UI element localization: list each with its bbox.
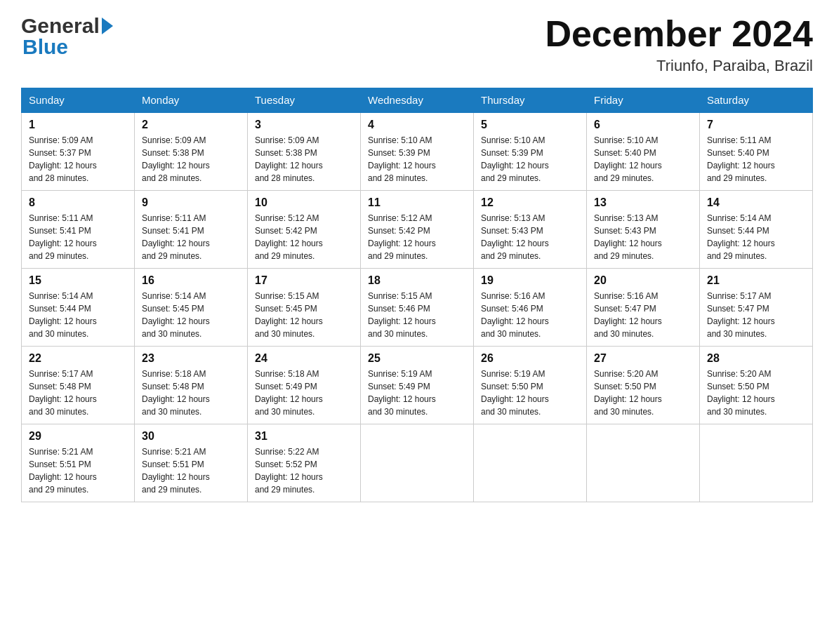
calendar-header-row: SundayMondayTuesdayWednesdayThursdayFrid…: [22, 88, 813, 113]
calendar-day-cell: 3Sunrise: 5:09 AMSunset: 5:38 PMDaylight…: [248, 112, 361, 191]
day-number: 31: [255, 430, 353, 443]
day-number: 9: [142, 196, 240, 209]
logo: General Blue: [21, 14, 113, 59]
day-number: 14: [707, 196, 805, 209]
day-info: Sunrise: 5:09 AMSunset: 5:37 PMDaylight:…: [29, 134, 127, 185]
day-info: Sunrise: 5:13 AMSunset: 5:43 PMDaylight:…: [481, 212, 579, 262]
day-info: Sunrise: 5:15 AMSunset: 5:46 PMDaylight:…: [368, 290, 466, 340]
calendar-day-cell: [361, 424, 474, 502]
day-number: 24: [255, 352, 353, 365]
day-info: Sunrise: 5:11 AMSunset: 5:41 PMDaylight:…: [142, 212, 240, 262]
day-number: 6: [594, 119, 692, 131]
calendar-day-cell: 8Sunrise: 5:11 AMSunset: 5:41 PMDaylight…: [22, 191, 135, 269]
calendar-day-cell: 13Sunrise: 5:13 AMSunset: 5:43 PMDayligh…: [587, 191, 700, 269]
day-info: Sunrise: 5:19 AMSunset: 5:50 PMDaylight:…: [481, 368, 579, 418]
day-number: 12: [481, 196, 579, 209]
day-info: Sunrise: 5:09 AMSunset: 5:38 PMDaylight:…: [142, 134, 240, 185]
title-block: December 2024 Triunfo, Paraiba, Brazil: [545, 14, 813, 75]
calendar-week-row: 29Sunrise: 5:21 AMSunset: 5:51 PMDayligh…: [22, 424, 813, 502]
calendar-day-cell: 27Sunrise: 5:20 AMSunset: 5:50 PMDayligh…: [587, 347, 700, 424]
day-number: 10: [255, 196, 353, 209]
calendar-day-cell: 19Sunrise: 5:16 AMSunset: 5:46 PMDayligh…: [474, 269, 587, 347]
calendar-day-cell: 25Sunrise: 5:19 AMSunset: 5:49 PMDayligh…: [361, 347, 474, 424]
day-number: 3: [255, 119, 353, 131]
location-subtitle: Triunfo, Paraiba, Brazil: [545, 57, 813, 75]
calendar-day-cell: 11Sunrise: 5:12 AMSunset: 5:42 PMDayligh…: [361, 191, 474, 269]
calendar-day-cell: 17Sunrise: 5:15 AMSunset: 5:45 PMDayligh…: [248, 269, 361, 347]
day-info: Sunrise: 5:13 AMSunset: 5:43 PMDaylight:…: [594, 212, 692, 262]
day-header-thursday: Thursday: [474, 88, 587, 113]
day-info: Sunrise: 5:17 AMSunset: 5:47 PMDaylight:…: [707, 290, 805, 340]
day-number: 11: [368, 196, 466, 209]
calendar-day-cell: 12Sunrise: 5:13 AMSunset: 5:43 PMDayligh…: [474, 191, 587, 269]
calendar-day-cell: 4Sunrise: 5:10 AMSunset: 5:39 PMDaylight…: [361, 112, 474, 191]
calendar-day-cell: 9Sunrise: 5:11 AMSunset: 5:41 PMDaylight…: [135, 191, 248, 269]
calendar-day-cell: 14Sunrise: 5:14 AMSunset: 5:44 PMDayligh…: [700, 191, 813, 269]
day-header-sunday: Sunday: [22, 88, 135, 113]
day-number: 29: [29, 430, 127, 443]
page-header: General Blue December 2024 Triunfo, Para…: [21, 14, 813, 75]
calendar-day-cell: 20Sunrise: 5:16 AMSunset: 5:47 PMDayligh…: [587, 269, 700, 347]
calendar-day-cell: 30Sunrise: 5:21 AMSunset: 5:51 PMDayligh…: [135, 424, 248, 502]
day-info: Sunrise: 5:21 AMSunset: 5:51 PMDaylight:…: [29, 445, 127, 496]
day-header-friday: Friday: [587, 88, 700, 113]
calendar-week-row: 1Sunrise: 5:09 AMSunset: 5:37 PMDaylight…: [22, 112, 813, 191]
day-number: 19: [481, 274, 579, 287]
calendar-day-cell: 6Sunrise: 5:10 AMSunset: 5:40 PMDaylight…: [587, 112, 700, 191]
day-number: 17: [255, 274, 353, 287]
day-number: 25: [368, 352, 466, 365]
day-info: Sunrise: 5:11 AMSunset: 5:41 PMDaylight:…: [29, 212, 127, 262]
day-number: 27: [594, 352, 692, 365]
day-number: 2: [142, 119, 240, 131]
calendar-day-cell: 21Sunrise: 5:17 AMSunset: 5:47 PMDayligh…: [700, 269, 813, 347]
day-info: Sunrise: 5:18 AMSunset: 5:49 PMDaylight:…: [255, 368, 353, 418]
day-header-wednesday: Wednesday: [361, 88, 474, 113]
day-info: Sunrise: 5:16 AMSunset: 5:47 PMDaylight:…: [594, 290, 692, 340]
day-info: Sunrise: 5:15 AMSunset: 5:45 PMDaylight:…: [255, 290, 353, 340]
day-info: Sunrise: 5:10 AMSunset: 5:39 PMDaylight:…: [481, 134, 579, 185]
calendar-day-cell: 29Sunrise: 5:21 AMSunset: 5:51 PMDayligh…: [22, 424, 135, 502]
calendar-day-cell: [587, 424, 700, 502]
calendar-week-row: 8Sunrise: 5:11 AMSunset: 5:41 PMDaylight…: [22, 191, 813, 269]
logo-general: General: [21, 14, 100, 38]
month-title: December 2024: [545, 14, 813, 54]
calendar-day-cell: 31Sunrise: 5:22 AMSunset: 5:52 PMDayligh…: [248, 424, 361, 502]
calendar-day-cell: 15Sunrise: 5:14 AMSunset: 5:44 PMDayligh…: [22, 269, 135, 347]
day-header-saturday: Saturday: [700, 88, 813, 113]
day-info: Sunrise: 5:14 AMSunset: 5:44 PMDaylight:…: [29, 290, 127, 340]
day-number: 28: [707, 352, 805, 365]
day-header-monday: Monday: [135, 88, 248, 113]
day-number: 5: [481, 119, 579, 131]
calendar-day-cell: 18Sunrise: 5:15 AMSunset: 5:46 PMDayligh…: [361, 269, 474, 347]
day-header-tuesday: Tuesday: [248, 88, 361, 113]
day-info: Sunrise: 5:14 AMSunset: 5:45 PMDaylight:…: [142, 290, 240, 340]
day-info: Sunrise: 5:09 AMSunset: 5:38 PMDaylight:…: [255, 134, 353, 185]
day-info: Sunrise: 5:12 AMSunset: 5:42 PMDaylight:…: [255, 212, 353, 262]
day-number: 18: [368, 274, 466, 287]
day-number: 30: [142, 430, 240, 443]
calendar-day-cell: 7Sunrise: 5:11 AMSunset: 5:40 PMDaylight…: [700, 112, 813, 191]
day-info: Sunrise: 5:22 AMSunset: 5:52 PMDaylight:…: [255, 445, 353, 496]
calendar-day-cell: 10Sunrise: 5:12 AMSunset: 5:42 PMDayligh…: [248, 191, 361, 269]
day-number: 21: [707, 274, 805, 287]
day-number: 16: [142, 274, 240, 287]
day-number: 15: [29, 274, 127, 287]
calendar-week-row: 22Sunrise: 5:17 AMSunset: 5:48 PMDayligh…: [22, 347, 813, 424]
day-number: 7: [707, 119, 805, 131]
day-info: Sunrise: 5:17 AMSunset: 5:48 PMDaylight:…: [29, 368, 127, 418]
day-info: Sunrise: 5:11 AMSunset: 5:40 PMDaylight:…: [707, 134, 805, 185]
calendar-day-cell: 24Sunrise: 5:18 AMSunset: 5:49 PMDayligh…: [248, 347, 361, 424]
day-number: 1: [29, 119, 127, 131]
day-info: Sunrise: 5:21 AMSunset: 5:51 PMDaylight:…: [142, 445, 240, 496]
calendar-table: SundayMondayTuesdayWednesdayThursdayFrid…: [21, 88, 813, 502]
calendar-day-cell: 1Sunrise: 5:09 AMSunset: 5:37 PMDaylight…: [22, 112, 135, 191]
day-info: Sunrise: 5:16 AMSunset: 5:46 PMDaylight:…: [481, 290, 579, 340]
day-number: 23: [142, 352, 240, 365]
day-info: Sunrise: 5:14 AMSunset: 5:44 PMDaylight:…: [707, 212, 805, 262]
calendar-day-cell: 16Sunrise: 5:14 AMSunset: 5:45 PMDayligh…: [135, 269, 248, 347]
day-number: 26: [481, 352, 579, 365]
calendar-day-cell: 5Sunrise: 5:10 AMSunset: 5:39 PMDaylight…: [474, 112, 587, 191]
calendar-day-cell: 26Sunrise: 5:19 AMSunset: 5:50 PMDayligh…: [474, 347, 587, 424]
calendar-day-cell: 2Sunrise: 5:09 AMSunset: 5:38 PMDaylight…: [135, 112, 248, 191]
day-info: Sunrise: 5:19 AMSunset: 5:49 PMDaylight:…: [368, 368, 466, 418]
